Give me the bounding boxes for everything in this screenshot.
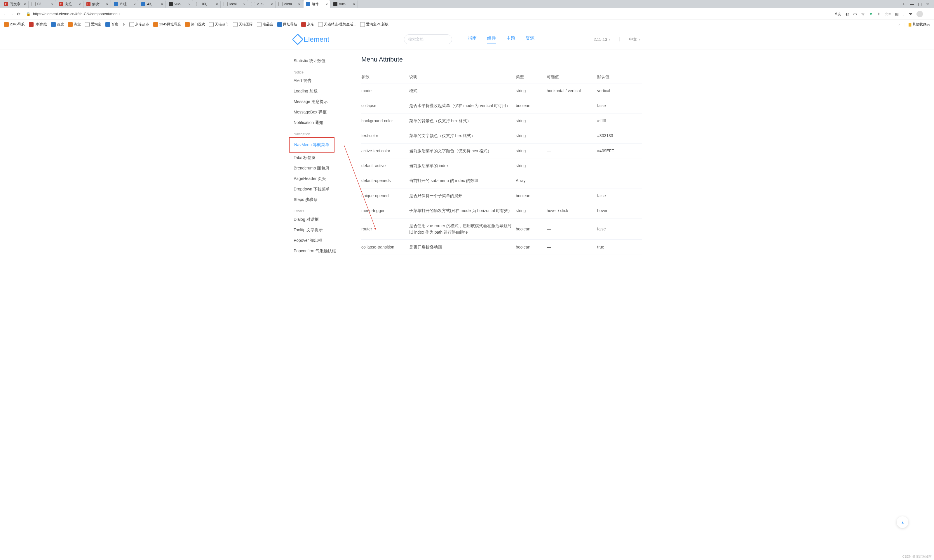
site-header: Element 搜索文档 指南组件主题资源 2.15.13▾ | 中文▾: [292, 29, 642, 49]
search-input[interactable]: 搜索文档: [404, 34, 452, 44]
browser-tab[interactable]: vue-de...✕: [166, 0, 193, 8]
sidebar-item[interactable]: Message 消息提示: [294, 97, 359, 107]
bookmark-item[interactable]: 京东超市: [129, 22, 149, 27]
bookmark-item[interactable]: 热门游戏: [185, 22, 205, 27]
close-window-button[interactable]: ✕: [926, 2, 929, 6]
vue-devtools-icon[interactable]: ▼: [869, 12, 873, 16]
sidebar-item[interactable]: Dropdown 下拉菜单: [294, 184, 359, 195]
bookmark-item[interactable]: 百度一下: [105, 22, 125, 27]
bookmark-item[interactable]: 2345网址导航: [153, 22, 181, 27]
sidebar: Statistic 统计数值NoticeAlert 警告Loading 加载Me…: [292, 50, 361, 266]
heart-icon[interactable]: ❤: [909, 12, 912, 16]
sidebar-item[interactable]: Tabs 标签页: [294, 152, 359, 163]
browser-tab[interactable]: 03、前...✕: [194, 0, 220, 8]
sidebar-item[interactable]: Statistic 统计数值: [294, 56, 359, 66]
sidebar-group-label: Navigation: [294, 128, 359, 137]
downloads-icon[interactable]: ↓: [903, 12, 905, 16]
close-tab-icon[interactable]: ✕: [188, 3, 191, 6]
reader-icon[interactable]: ▭: [853, 12, 857, 16]
close-tab-icon[interactable]: ✕: [325, 3, 328, 6]
favorites-bar-icon[interactable]: ☆≡: [885, 12, 891, 16]
back-button[interactable]: ←: [3, 12, 7, 16]
version-selector[interactable]: 2.15.13▾: [594, 37, 610, 42]
sidebar-item[interactable]: Steps 步骤条: [294, 195, 359, 205]
close-tab-icon[interactable]: ✕: [106, 3, 108, 6]
browser-tab[interactable]: C解决'vu...✕: [84, 0, 111, 8]
sidebar-item[interactable]: Alert 警告: [294, 75, 359, 86]
favorite-icon[interactable]: ☆: [861, 12, 865, 16]
maximize-button[interactable]: ▢: [918, 2, 922, 6]
read-aloud-icon[interactable]: Aあ: [835, 11, 842, 17]
sidebar-item[interactable]: Notification 通知: [294, 117, 359, 128]
bookmark-item[interactable]: 天猫精选-理想生活...: [318, 22, 356, 27]
favicon: [169, 2, 173, 6]
bookmark-item[interactable]: 淘宝: [68, 22, 81, 27]
close-tab-icon[interactable]: ✕: [51, 3, 53, 6]
close-tab-icon[interactable]: ✕: [24, 3, 26, 6]
collections-icon[interactable]: ▧: [895, 12, 899, 16]
browser-tab[interactable]: elemen...✕: [276, 0, 303, 8]
sidebar-item[interactable]: Breadcrumb 面包屑: [294, 163, 359, 174]
bookmark-item[interactable]: 网址导航: [277, 22, 297, 27]
browser-tab[interactable]: 组件 | E...✕: [304, 0, 330, 8]
sidebar-item[interactable]: Tooltip 文字提示: [294, 225, 359, 235]
browser-tab[interactable]: C浏览历...✕: [57, 0, 83, 8]
bookmark-item[interactable]: 百度: [51, 22, 64, 27]
close-tab-icon[interactable]: ✕: [271, 3, 273, 6]
browser-tab[interactable]: 43、前...✕: [139, 0, 166, 8]
favicon: [141, 2, 145, 6]
forward-button[interactable]: →: [10, 12, 14, 16]
tab-title: vue-de...: [339, 2, 351, 6]
close-tab-icon[interactable]: ✕: [79, 3, 81, 6]
extension-icon[interactable]: ✧: [877, 12, 881, 16]
reload-button[interactable]: ⟳: [17, 12, 20, 16]
url-field[interactable]: 🔒 https://element.eleme.cn/#/zh-CN/compo…: [23, 10, 832, 17]
bookmark-item[interactable]: 天猫国际: [233, 22, 253, 27]
bookmark-item[interactable]: 京东: [301, 22, 314, 27]
tracking-icon[interactable]: ◐: [846, 12, 849, 16]
close-tab-icon[interactable]: ✕: [216, 3, 218, 6]
brand-logo[interactable]: Element: [292, 35, 397, 43]
bookmarks-bar: 2345导航3折疯抢百度淘宝爱淘宝百度一下京东超市2345网址导航热门游戏天猫超…: [0, 20, 934, 29]
browser-tab[interactable]: vue-de...✕: [331, 0, 358, 8]
bookmark-item[interactable]: 爱淘宝PC新版: [360, 22, 388, 27]
sidebar-item[interactable]: Popover 弹出框: [294, 235, 359, 246]
new-tab-button[interactable]: ＋: [902, 2, 906, 7]
minimize-button[interactable]: —: [910, 2, 914, 6]
sidebar-item[interactable]: NavMenu 导航菜单: [294, 140, 332, 150]
close-tab-icon[interactable]: ✕: [298, 3, 301, 6]
bookmark-icon: [4, 22, 9, 27]
bookmark-item[interactable]: 2345导航: [4, 22, 25, 27]
browser-tab[interactable]: 哔哩哔...✕: [111, 0, 138, 8]
close-tab-icon[interactable]: ✕: [133, 3, 136, 6]
browser-tab[interactable]: localho...✕: [221, 0, 248, 8]
bookmark-item[interactable]: 唯品会: [257, 22, 273, 27]
close-tab-icon[interactable]: ✕: [353, 3, 355, 6]
bookmark-item[interactable]: 爱淘宝: [85, 22, 101, 27]
bookmarks-overflow-icon[interactable]: ›: [899, 23, 900, 26]
nav-link[interactable]: 主题: [506, 35, 515, 43]
nav-link[interactable]: 组件: [487, 35, 496, 43]
sidebar-item[interactable]: Popconfirm 气泡确认框: [294, 246, 359, 256]
close-tab-icon[interactable]: ✕: [243, 3, 245, 6]
browser-tab[interactable]: C写文章✕: [2, 0, 29, 8]
language-selector[interactable]: 中文▾: [629, 37, 640, 42]
close-tab-icon[interactable]: ✕: [161, 3, 163, 6]
folder-icon: ▇: [909, 23, 911, 26]
profile-avatar[interactable]: [917, 11, 923, 17]
sidebar-item[interactable]: MessageBox 弹框: [294, 107, 359, 117]
nav-link[interactable]: 指南: [468, 35, 477, 43]
nav-link[interactable]: 资源: [526, 35, 535, 43]
tab-title: 解决'vu...: [92, 2, 104, 7]
other-bookmarks[interactable]: ▇ 其他收藏夹: [909, 22, 930, 27]
sidebar-item[interactable]: Loading 加载: [294, 86, 359, 97]
bookmark-item[interactable]: 3折疯抢: [29, 22, 47, 27]
browser-tab[interactable]: 03、前...✕: [29, 0, 56, 8]
sidebar-item[interactable]: Dialog 对话框: [294, 214, 359, 225]
bookmark-icon: [185, 22, 190, 27]
more-icon[interactable]: ⋯: [927, 12, 931, 16]
header-options: 2.15.13▾ | 中文▾: [594, 37, 642, 42]
browser-tab[interactable]: vue-de...✕: [249, 0, 276, 8]
sidebar-item[interactable]: PageHeader 页头: [294, 174, 359, 184]
bookmark-item[interactable]: 天猫超市: [209, 22, 229, 27]
